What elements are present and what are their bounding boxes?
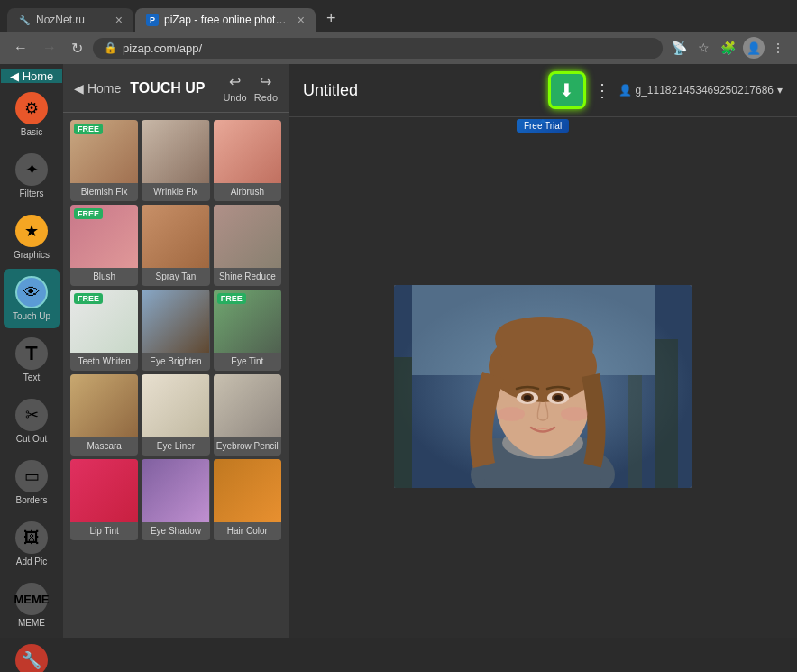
touchup-item-eyeliner[interactable]: Eye Liner xyxy=(142,374,209,456)
cast-button[interactable]: 📡 xyxy=(668,39,691,57)
touchup-item-mascara[interactable]: Mascara xyxy=(70,374,138,456)
touchup-item-eyeshadow[interactable]: Eye Shadow xyxy=(142,459,209,540)
sidebar-item-extra[interactable]: 🔧 xyxy=(4,637,60,672)
sidebar-item-touchup[interactable]: 👁 Touch Up xyxy=(4,269,60,328)
sidebar-item-graphics[interactable]: ★ Graphics xyxy=(4,207,60,267)
toolbar-actions: ⬇ ⋮ 👤 g_111821453469250217686 ▾ xyxy=(548,71,783,109)
user-id: g_111821453469250217686 xyxy=(636,84,774,97)
touchup-item-eyebrighten[interactable]: Eye Brighten xyxy=(142,290,209,371)
user-info: 👤 g_111821453469250217686 ▾ xyxy=(618,84,783,97)
tab-favicon-1: 🔧 xyxy=(18,14,31,26)
sidebar-item-text[interactable]: T Text xyxy=(4,330,60,390)
touchup-label-eyebrighten: Eye Brighten xyxy=(148,353,203,371)
sidebar-item-meme[interactable]: MEME MEME xyxy=(4,575,60,635)
touchup-item-eyebrowpencil[interactable]: Eyebrow Pencil xyxy=(214,374,281,456)
canvas-toolbar: Untitled ⬇ ⋮ 👤 g_111821453469250217686 ▾ xyxy=(289,64,797,117)
touchup-img-mascara xyxy=(70,374,138,437)
menu-button[interactable]: ⋮ xyxy=(768,39,788,57)
sidebar-item-basic[interactable]: ⚙ Basic xyxy=(4,85,60,144)
undo-icon: ↩ xyxy=(229,73,241,90)
sidebar-item-addpic[interactable]: 🖼 Add Pic xyxy=(4,514,60,574)
cutout-label: Cut Out xyxy=(16,434,47,444)
download-button[interactable]: ⬇ xyxy=(548,71,586,109)
tab-noznet[interactable]: 🔧 NozNet.ru × xyxy=(7,8,133,32)
basic-label: Basic xyxy=(21,127,42,137)
graphics-label: Graphics xyxy=(14,250,50,260)
touchup-label-mascara: Mascara xyxy=(85,437,123,456)
touchup-item-spraytan[interactable]: Spray Tan xyxy=(142,205,209,286)
touchup-label-teeth: Teeth Whiten xyxy=(76,353,132,371)
svg-point-17 xyxy=(498,407,525,421)
extension-button[interactable]: 🧩 xyxy=(717,39,739,57)
photo-canvas xyxy=(394,285,692,488)
sidebar-item-filters[interactable]: ✦ Filters xyxy=(4,146,60,206)
redo-button[interactable]: ↪ Redo xyxy=(254,73,278,103)
sidebar-item-borders[interactable]: ▭ Borders xyxy=(4,453,60,512)
canvas-workspace[interactable] xyxy=(289,134,797,638)
touchup-img-eyebrowpencil xyxy=(214,374,281,437)
free-badge-blemish: FREE xyxy=(74,124,103,134)
extra-icon: 🔧 xyxy=(15,644,48,672)
svg-point-13 xyxy=(524,395,531,400)
tab-pizap[interactable]: P piZap - free online photo editor... × xyxy=(135,8,316,32)
meme-icon: MEME xyxy=(15,583,48,615)
home-button[interactable]: ◀ Home xyxy=(1,69,63,83)
touchup-item-eyetint[interactable]: FREEEye Tint xyxy=(214,290,281,371)
tab-bar: 🔧 NozNet.ru × P piZap - free online phot… xyxy=(0,0,797,32)
svg-rect-2 xyxy=(655,339,678,488)
touchup-item-blemish[interactable]: FREEBlemish Fix xyxy=(70,120,138,201)
touchup-label-haircolor: Hair Color xyxy=(225,522,270,540)
panel-back-button[interactable]: ◀ Home xyxy=(74,81,121,96)
redo-icon: ↪ xyxy=(260,73,271,90)
sidebar-item-cutout[interactable]: ✂ Cut Out xyxy=(4,391,60,451)
free-badge-eyetint: FREE xyxy=(217,293,246,304)
touchup-item-wrinkle[interactable]: Wrinkle Fix xyxy=(142,120,209,201)
touchup-label-wrinkle: Wrinkle Fix xyxy=(151,183,199,201)
new-tab-button[interactable]: + xyxy=(317,5,345,32)
touchup-item-haircolor[interactable]: Hair Color xyxy=(214,459,281,540)
touchup-item-airbrush[interactable]: Airbrush xyxy=(214,120,281,201)
touchup-img-airbrush xyxy=(214,120,281,183)
touchup-img-eyebrighten xyxy=(142,290,209,353)
bookmark-button[interactable]: ☆ xyxy=(694,39,713,57)
forward-button[interactable]: → xyxy=(38,38,61,58)
touchup-img-spraytan xyxy=(142,205,209,268)
nav-bar: ← → ↻ 🔒 pizap.com/app/ 📡 ☆ 🧩 👤 ⋮ xyxy=(0,32,797,64)
tab-close-2[interactable]: × xyxy=(298,14,305,26)
free-trial-badge-container: Free Trial xyxy=(289,117,797,134)
address-bar[interactable]: 🔒 pizap.com/app/ xyxy=(93,38,663,59)
tab-title-1: NozNet.ru xyxy=(36,14,110,26)
undo-label: Undo xyxy=(223,92,246,103)
touchup-item-shinereduce[interactable]: Shine Reduce xyxy=(214,205,281,286)
touchup-label-spraytan: Spray Tan xyxy=(154,268,198,286)
text-icon: T xyxy=(15,337,48,370)
panel-header: ◀ Home TOUCH UP ↩ Undo ↪ Redo xyxy=(63,64,289,113)
addpic-label: Add Pic xyxy=(16,557,47,566)
undo-button[interactable]: ↩ Undo xyxy=(223,73,246,103)
nav-actions: 📡 ☆ 🧩 👤 ⋮ xyxy=(668,37,788,59)
graphics-icon: ★ xyxy=(15,215,48,247)
user-icon: 👤 xyxy=(618,84,632,97)
touchup-label: Touch Up xyxy=(13,311,50,321)
back-button[interactable]: ← xyxy=(9,38,32,58)
touchup-item-blush[interactable]: FREEBlush xyxy=(70,205,138,286)
touchup-label-airbrush: Airbrush xyxy=(229,183,266,201)
refresh-button[interactable]: ↻ xyxy=(67,38,87,59)
panel-title: TOUCH UP xyxy=(130,80,214,97)
touchup-img-eyeshadow xyxy=(142,459,209,522)
home-label: Home xyxy=(23,69,54,83)
touchup-item-liptint[interactable]: Lip Tint xyxy=(70,459,138,540)
touchup-label-eyebrowpencil: Eyebrow Pencil xyxy=(215,437,280,456)
touchup-img-haircolor xyxy=(214,459,281,522)
profile-button[interactable]: 👤 xyxy=(743,37,765,59)
share-button[interactable]: ⋮ xyxy=(593,79,611,101)
touchup-item-teeth[interactable]: FREETeeth Whiten xyxy=(70,290,138,371)
home-chevron-icon: ◀ xyxy=(10,69,19,83)
tab-close-1[interactable]: × xyxy=(115,14,123,26)
basic-icon: ⚙ xyxy=(15,92,48,124)
free-trial-badge: Free Trial xyxy=(517,119,569,133)
borders-icon: ▭ xyxy=(15,460,48,492)
touchup-icon: 👁 xyxy=(15,276,48,308)
touchup-label-blemish: Blemish Fix xyxy=(79,183,130,201)
lock-icon: 🔒 xyxy=(104,41,117,54)
